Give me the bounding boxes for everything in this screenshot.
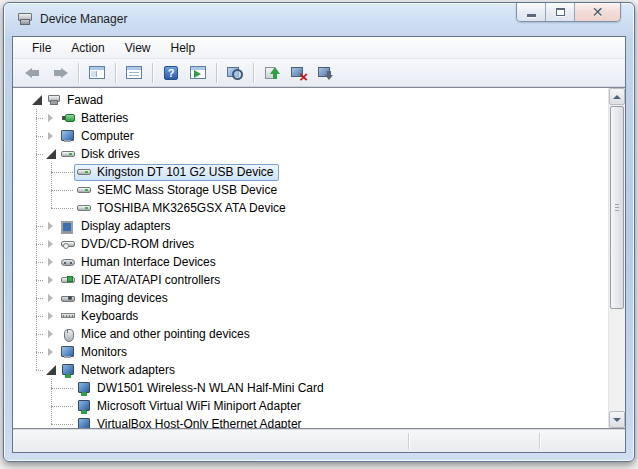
tree-item[interactable]: Mice and other pointing devices bbox=[13, 325, 608, 343]
menu-bar: FileActionViewHelp bbox=[13, 37, 625, 59]
network-icon bbox=[76, 380, 92, 396]
tree-item-label: Display adapters bbox=[81, 219, 170, 233]
tree-item-content[interactable]: Network adapters bbox=[58, 362, 180, 379]
tree-expander-expanded-icon[interactable] bbox=[44, 364, 57, 377]
tree-item[interactable]: VirtualBox Host-Only Ethernet Adapter bbox=[13, 415, 608, 428]
tree-expander-expanded-icon[interactable] bbox=[30, 94, 43, 107]
tree-item-content[interactable]: Imaging devices bbox=[58, 290, 173, 307]
tree-expander-expanded-icon[interactable] bbox=[44, 148, 57, 161]
maximize-button[interactable] bbox=[546, 3, 575, 21]
tree-expander-collapsed-icon[interactable] bbox=[44, 112, 57, 125]
disable-icon bbox=[317, 64, 335, 82]
tree-item[interactable]: Network adapters bbox=[13, 361, 608, 379]
update-driver-software-button[interactable] bbox=[259, 61, 285, 85]
tree-item-label: Disk drives bbox=[81, 147, 140, 161]
back-button[interactable] bbox=[20, 61, 46, 85]
scan-icon bbox=[226, 64, 244, 82]
tree-item-content[interactable]: Keyboards bbox=[58, 308, 143, 325]
status-bar-divider bbox=[539, 433, 540, 449]
network-icon bbox=[76, 398, 92, 414]
tree-item[interactable]: Batteries bbox=[13, 109, 608, 127]
device-tree-panel: Fawad Batteries Computer Disk drives Kin… bbox=[13, 87, 625, 429]
tree-expander-collapsed-icon[interactable] bbox=[44, 274, 57, 287]
tree-expander-collapsed-icon[interactable] bbox=[44, 292, 57, 305]
tree-item-content[interactable]: VirtualBox Host-Only Ethernet Adapter bbox=[74, 416, 307, 429]
tree-item-content[interactable]: Mice and other pointing devices bbox=[58, 326, 255, 343]
scroll-down-button[interactable] bbox=[609, 411, 625, 428]
minimize-button[interactable] bbox=[517, 3, 546, 21]
tree-item[interactable]: DW1501 Wireless-N WLAN Half-Mini Card bbox=[13, 379, 608, 397]
properties-button[interactable] bbox=[121, 61, 147, 85]
disable-button[interactable] bbox=[313, 61, 339, 85]
tree-item-content[interactable]: Batteries bbox=[58, 110, 133, 127]
show-console-tree-button[interactable] bbox=[84, 61, 110, 85]
tree-item-label: IDE ATA/ATAPI controllers bbox=[81, 273, 220, 287]
tree-item[interactable]: Display adapters bbox=[13, 217, 608, 235]
imaging-icon bbox=[60, 290, 76, 306]
tree-item-content[interactable]: Disk drives bbox=[58, 146, 145, 163]
tree-item[interactable]: Keyboards bbox=[13, 307, 608, 325]
tree-item-content[interactable]: TOSHIBA MK3265GSX ATA Device bbox=[74, 200, 291, 217]
tree-item-content[interactable]: Human Interface Devices bbox=[58, 254, 221, 271]
tree-expander-collapsed-icon[interactable] bbox=[44, 238, 57, 251]
scan-for-hardware-changes-button[interactable] bbox=[222, 61, 248, 85]
menu-item-help[interactable]: Help bbox=[161, 38, 206, 58]
status-bar-divider bbox=[408, 433, 409, 449]
toolbar bbox=[13, 59, 625, 87]
vertical-scrollbar[interactable] bbox=[608, 88, 625, 428]
tree-item[interactable]: Human Interface Devices bbox=[13, 253, 608, 271]
menu-item-file[interactable]: File bbox=[22, 38, 61, 58]
tree-item-content[interactable]: Computer bbox=[58, 128, 139, 145]
network-icon bbox=[76, 416, 92, 428]
tree-item[interactable]: SEMC Mass Storage USB Device bbox=[13, 181, 608, 199]
tree-item-content[interactable]: Display adapters bbox=[58, 218, 175, 235]
tree-item-label: Batteries bbox=[81, 111, 128, 125]
tree-item[interactable]: Monitors bbox=[13, 343, 608, 361]
tree-item-content[interactable]: Microsoft Virtual WiFi Miniport Adapter bbox=[74, 398, 306, 415]
tree-item[interactable]: Fawad bbox=[13, 91, 608, 109]
tree-expander-collapsed-icon[interactable] bbox=[44, 220, 57, 233]
update-driver-icon bbox=[263, 64, 281, 82]
forward-button[interactable] bbox=[47, 61, 73, 85]
show-action-pane-button[interactable] bbox=[185, 61, 211, 85]
drive-icon bbox=[76, 164, 92, 180]
tree-item-content[interactable]: Monitors bbox=[58, 344, 132, 361]
tree-item[interactable]: Disk drives bbox=[13, 145, 608, 163]
close-icon: ✕ bbox=[592, 5, 604, 19]
tree-item-content[interactable]: Kingston DT 101 G2 USB Device bbox=[74, 164, 279, 181]
uninstall-button[interactable] bbox=[286, 61, 312, 85]
tree-expander-collapsed-icon[interactable] bbox=[44, 310, 57, 323]
tree-item-content[interactable]: DVD/CD-ROM drives bbox=[58, 236, 199, 253]
device-tree: Fawad Batteries Computer Disk drives Kin… bbox=[13, 88, 608, 428]
tree-item[interactable]: IDE ATA/ATAPI controllers bbox=[13, 271, 608, 289]
tree-item-content[interactable]: Fawad bbox=[44, 92, 108, 109]
tree-item-label: Mice and other pointing devices bbox=[81, 327, 250, 341]
menu-item-view[interactable]: View bbox=[115, 38, 161, 58]
tree-item-label: VirtualBox Host-Only Ethernet Adapter bbox=[97, 417, 302, 428]
tree-expander-collapsed-icon[interactable] bbox=[44, 328, 57, 341]
scrollbar-thumb[interactable] bbox=[610, 106, 624, 309]
close-button[interactable]: ✕ bbox=[575, 3, 620, 21]
tree-item-content[interactable]: IDE ATA/ATAPI controllers bbox=[58, 272, 225, 289]
tree-item-content[interactable]: DW1501 Wireless-N WLAN Half-Mini Card bbox=[74, 380, 329, 397]
tree-item[interactable]: Computer bbox=[13, 127, 608, 145]
window-title: Device Manager bbox=[40, 12, 127, 26]
help-button[interactable] bbox=[158, 61, 184, 85]
menu-item-action[interactable]: Action bbox=[61, 38, 114, 58]
maximize-icon bbox=[556, 8, 565, 16]
network-icon bbox=[60, 362, 76, 378]
tree-expander-collapsed-icon[interactable] bbox=[44, 346, 57, 359]
tree-expander-collapsed-icon[interactable] bbox=[44, 256, 57, 269]
tree-expander-collapsed-icon[interactable] bbox=[44, 130, 57, 143]
tree-item[interactable]: Kingston DT 101 G2 USB Device bbox=[13, 163, 608, 181]
tree-item[interactable]: Imaging devices bbox=[13, 289, 608, 307]
tree-item-content[interactable]: SEMC Mass Storage USB Device bbox=[74, 182, 282, 199]
scroll-up-button[interactable] bbox=[609, 88, 625, 105]
monitor-icon bbox=[60, 128, 76, 144]
hid-icon bbox=[60, 254, 76, 270]
tree-item[interactable]: TOSHIBA MK3265GSX ATA Device bbox=[13, 199, 608, 217]
tree-item[interactable]: DVD/CD-ROM drives bbox=[13, 235, 608, 253]
tree-item-label: Computer bbox=[81, 129, 134, 143]
properties-icon bbox=[125, 64, 143, 82]
tree-item[interactable]: Microsoft Virtual WiFi Miniport Adapter bbox=[13, 397, 608, 415]
